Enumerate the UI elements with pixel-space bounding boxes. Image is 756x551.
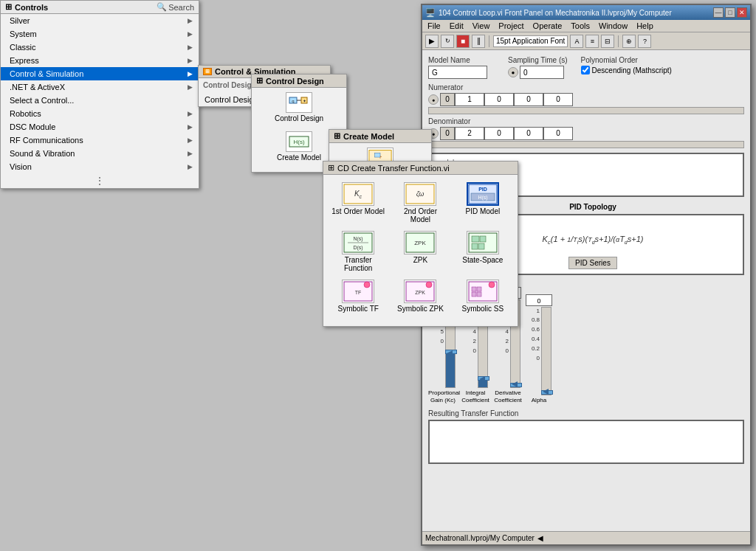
menu-window[interactable]: Window xyxy=(597,21,630,31)
lv-menubar: File Edit View Project Operate Tools Win… xyxy=(422,20,750,32)
toolbar-sep2 xyxy=(618,35,619,47)
lv-window-controls: — □ ✕ xyxy=(713,7,747,18)
sidebar-item-vision[interactable]: Vision ▶ xyxy=(1,160,199,173)
den-scrollbar[interactable] xyxy=(428,141,744,148)
more-indicator: ⋮ xyxy=(1,173,199,188)
resulting-tf-section: Resulting Transfer Function xyxy=(428,409,744,464)
tf-grid: Kc 1st Order Model ζω 2nd Order Model PI… xyxy=(323,175,518,320)
stop-button[interactable]: ■ xyxy=(456,35,470,48)
alpha-knob-arrow xyxy=(543,389,549,395)
run-button[interactable]: ▶ xyxy=(425,35,439,48)
zpk-icon: ZPK xyxy=(404,231,436,254)
descending-check[interactable] xyxy=(581,66,590,74)
tf-item-ss[interactable]: State-Space xyxy=(453,228,513,275)
sampling-time-input[interactable] xyxy=(520,66,564,79)
alpha-label: Alpha xyxy=(532,397,546,404)
sidebar-item-robotics[interactable]: Robotics ▶ xyxy=(1,107,199,120)
model-name-group: Model Name xyxy=(428,56,487,79)
svg-text:TF: TF xyxy=(355,290,362,295)
sidebar-item-sound[interactable]: Sound & Vibration ▶ xyxy=(1,147,199,160)
den-cell-3[interactable]: 0 xyxy=(543,127,573,140)
num-index: 0 xyxy=(440,93,455,106)
menu-view[interactable]: View xyxy=(470,21,492,31)
pid-series-label: PID Series xyxy=(568,257,617,269)
tf-item-pid[interactable]: PID H(s) PID Model xyxy=(453,179,513,226)
menu-operate[interactable]: Operate xyxy=(531,21,565,31)
sidebar-item-control-simulation[interactable]: Control & Simulation ▶ xyxy=(1,67,199,80)
svg-rect-26 xyxy=(472,236,479,242)
vi-icon-small2: ⊞ xyxy=(334,131,340,141)
distrib-btn[interactable]: ⊟ xyxy=(601,35,614,48)
menu-tools[interactable]: Tools xyxy=(568,21,592,31)
tf-item-symbolic-ss[interactable]: Symbolic SS xyxy=(453,277,513,316)
model-name-input[interactable] xyxy=(428,66,487,79)
grid-icon: ⊞ xyxy=(5,2,12,12)
alpha-scale: 10.80.60.40.20 xyxy=(526,307,540,395)
run-cont-button[interactable]: ↻ xyxy=(441,35,454,48)
font-selector[interactable]: 15pt Application Font xyxy=(493,35,568,47)
search-btn[interactable]: ? xyxy=(638,35,651,48)
controls-header: ⊞ Controls 🔍 Search xyxy=(1,1,199,14)
controls-search[interactable]: 🔍 Search xyxy=(157,2,194,12)
sidebar-item-system[interactable]: System ▶ xyxy=(1,27,199,41)
den-cell-2[interactable]: 0 xyxy=(514,127,543,140)
vi-icon-small: ⊞ xyxy=(256,76,263,86)
resulting-tf-label: Resulting Transfer Function xyxy=(428,409,744,417)
menu-help[interactable]: Help xyxy=(634,21,656,31)
pause-button[interactable]: ‖ xyxy=(472,35,485,48)
num-cell-0[interactable]: 1 xyxy=(455,93,484,106)
svg-text:ZPK: ZPK xyxy=(415,240,427,246)
model-name-label: Model Name xyxy=(428,56,487,64)
minimize-button[interactable]: — xyxy=(713,7,724,18)
align-btn[interactable]: ≡ xyxy=(585,35,599,48)
pid-icon: PID H(s) xyxy=(467,182,499,206)
sidebar-item-rf[interactable]: RF Communications ▶ xyxy=(1,134,199,147)
alpha-value[interactable]: 0 xyxy=(526,294,552,306)
num-cell-3[interactable]: 0 xyxy=(543,93,573,106)
statusbar-arrow[interactable]: ◀ xyxy=(537,534,543,542)
alpha-track-wrapper: 10.80.60.40.20 xyxy=(526,307,551,395)
arrow-icon: ▶ xyxy=(188,136,193,144)
maximize-button[interactable]: □ xyxy=(725,7,735,18)
den-cell-1[interactable]: 0 xyxy=(484,127,514,140)
num-scrollbar[interactable] xyxy=(428,107,744,114)
tf-item-tf[interactable]: N(s) D(s) Transfer Function xyxy=(328,228,388,275)
sampling-knob[interactable]: ● xyxy=(508,67,518,77)
tf-item-2nd-order[interactable]: ζω 2nd Order Model xyxy=(390,179,450,226)
svg-text:ZPK: ZPK xyxy=(416,290,426,295)
descending-checkbox[interactable]: Descending (Mathscript) xyxy=(581,66,672,74)
tf-item-symbolic-tf[interactable]: TF Symbolic TF xyxy=(328,277,388,316)
sidebar-item-silver[interactable]: Silver ▶ xyxy=(1,14,199,27)
sidebar-item-select-control[interactable]: Select a Control... xyxy=(1,94,199,107)
tf-item-zpk[interactable]: ZPK ZPK xyxy=(390,228,450,275)
menu-edit[interactable]: Edit xyxy=(447,21,466,31)
svg-text:✦: ✦ xyxy=(303,99,306,103)
polynomial-order-label: Polynomial Order xyxy=(581,56,672,64)
alpha-bar[interactable] xyxy=(541,307,551,395)
zoom-btn[interactable]: ⊕ xyxy=(622,35,636,48)
arrow-icon: ▶ xyxy=(188,17,193,24)
tf-item-symbolic-zpk[interactable]: ZPK Symbolic ZPK xyxy=(390,277,450,316)
num-knob[interactable]: ● xyxy=(428,94,439,105)
lv-window-title: 104 Control Loop.vi Front Panel on Mecha… xyxy=(439,9,672,17)
sidebar-item-dsc[interactable]: DSC Module ▶ xyxy=(1,120,199,134)
palette-item-control-design[interactable]: q ✦ Control Design xyxy=(252,88,346,127)
symbolic-zpk-icon: ZPK xyxy=(404,280,436,303)
sidebar-item-classic[interactable]: Classic ▶ xyxy=(1,41,199,54)
menu-file[interactable]: File xyxy=(425,21,443,31)
create-model-icon: H(s) xyxy=(286,131,312,152)
svg-point-37 xyxy=(489,282,495,288)
num-cell-1[interactable]: 0 xyxy=(484,93,514,106)
menu-project[interactable]: Project xyxy=(496,21,526,31)
1st-order-icon: Kc xyxy=(342,182,374,206)
sidebar-item-express[interactable]: Express ▶ xyxy=(1,54,199,67)
proportional-fill xyxy=(446,353,455,387)
svg-text:H(s): H(s) xyxy=(293,139,304,145)
sidebar-item-net-activex[interactable]: .NET & ActiveX ▶ xyxy=(1,80,199,94)
font-btn1[interactable]: A xyxy=(570,35,583,48)
close-button[interactable]: ✕ xyxy=(737,7,747,18)
den-cell-0[interactable]: 2 xyxy=(455,127,484,140)
num-cell-2[interactable]: 0 xyxy=(514,93,543,106)
control-design-icon: q ✦ xyxy=(286,92,312,113)
tf-item-1st-order[interactable]: Kc 1st Order Model xyxy=(328,179,388,226)
